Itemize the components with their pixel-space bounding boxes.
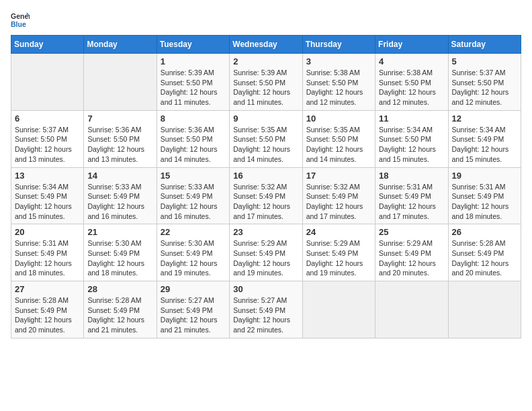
day-info: Sunrise: 5:29 AM Sunset: 5:49 PM Dayligh… xyxy=(306,238,371,278)
calendar-cell: 10Sunrise: 5:35 AM Sunset: 5:50 PM Dayli… xyxy=(302,110,375,167)
calendar-week-4: 20Sunrise: 5:31 AM Sunset: 5:49 PM Dayli… xyxy=(11,224,521,281)
day-info: Sunrise: 5:32 AM Sunset: 5:49 PM Dayligh… xyxy=(233,182,298,222)
calendar-body: 1Sunrise: 5:39 AM Sunset: 5:50 PM Daylig… xyxy=(11,54,521,338)
day-number: 25 xyxy=(379,227,444,237)
page-header: General Blue xyxy=(11,11,521,30)
calendar-cell: 27Sunrise: 5:28 AM Sunset: 5:49 PM Dayli… xyxy=(11,281,84,338)
day-number: 7 xyxy=(87,113,152,124)
calendar-cell: 24Sunrise: 5:29 AM Sunset: 5:49 PM Dayli… xyxy=(302,224,375,281)
calendar-cell: 30Sunrise: 5:27 AM Sunset: 5:49 PM Dayli… xyxy=(230,281,302,338)
weekday-header-row: SundayMondayTuesdayWednesdayThursdayFrid… xyxy=(11,36,521,54)
day-number: 29 xyxy=(161,284,226,294)
day-info: Sunrise: 5:32 AM Sunset: 5:49 PM Dayligh… xyxy=(306,182,371,222)
day-number: 11 xyxy=(379,113,444,124)
svg-text:Blue: Blue xyxy=(11,20,26,28)
day-info: Sunrise: 5:34 AM Sunset: 5:49 PM Dayligh… xyxy=(15,182,80,222)
calendar-cell: 16Sunrise: 5:32 AM Sunset: 5:49 PM Dayli… xyxy=(230,167,302,224)
day-number: 4 xyxy=(379,56,444,66)
day-info: Sunrise: 5:34 AM Sunset: 5:49 PM Dayligh… xyxy=(452,125,517,165)
calendar-cell: 13Sunrise: 5:34 AM Sunset: 5:49 PM Dayli… xyxy=(11,167,84,224)
calendar-cell: 1Sunrise: 5:39 AM Sunset: 5:50 PM Daylig… xyxy=(157,54,229,111)
weekday-header-tuesday: Tuesday xyxy=(157,36,229,54)
calendar-week-2: 6Sunrise: 5:37 AM Sunset: 5:50 PM Daylig… xyxy=(11,110,521,167)
day-info: Sunrise: 5:35 AM Sunset: 5:50 PM Dayligh… xyxy=(306,125,371,165)
weekday-header-thursday: Thursday xyxy=(302,36,375,54)
calendar-week-3: 13Sunrise: 5:34 AM Sunset: 5:49 PM Dayli… xyxy=(11,167,521,224)
day-info: Sunrise: 5:31 AM Sunset: 5:49 PM Dayligh… xyxy=(452,182,517,222)
day-info: Sunrise: 5:39 AM Sunset: 5:50 PM Dayligh… xyxy=(233,68,298,107)
day-number: 30 xyxy=(233,284,298,294)
day-number: 28 xyxy=(87,284,152,294)
day-number: 16 xyxy=(233,171,298,181)
calendar-cell xyxy=(11,54,84,111)
calendar-header: SundayMondayTuesdayWednesdayThursdayFrid… xyxy=(11,36,521,54)
calendar-cell: 18Sunrise: 5:31 AM Sunset: 5:49 PM Dayli… xyxy=(375,167,448,224)
day-number: 8 xyxy=(161,113,226,124)
day-info: Sunrise: 5:28 AM Sunset: 5:49 PM Dayligh… xyxy=(452,238,517,278)
day-number: 23 xyxy=(233,227,298,237)
day-number: 15 xyxy=(161,171,226,181)
weekday-header-sunday: Sunday xyxy=(11,36,84,54)
calendar-week-1: 1Sunrise: 5:39 AM Sunset: 5:50 PM Daylig… xyxy=(11,54,521,111)
calendar-cell: 14Sunrise: 5:33 AM Sunset: 5:49 PM Dayli… xyxy=(84,167,157,224)
day-info: Sunrise: 5:36 AM Sunset: 5:50 PM Dayligh… xyxy=(87,125,152,165)
day-number: 12 xyxy=(452,113,517,124)
calendar-cell xyxy=(84,54,157,111)
day-number: 14 xyxy=(87,171,152,181)
day-info: Sunrise: 5:28 AM Sunset: 5:49 PM Dayligh… xyxy=(15,295,80,335)
weekday-header-friday: Friday xyxy=(375,36,448,54)
day-info: Sunrise: 5:33 AM Sunset: 5:49 PM Dayligh… xyxy=(161,182,226,222)
day-number: 5 xyxy=(452,56,517,66)
calendar-cell: 7Sunrise: 5:36 AM Sunset: 5:50 PM Daylig… xyxy=(84,110,157,167)
day-number: 17 xyxy=(306,171,371,181)
calendar-cell: 4Sunrise: 5:38 AM Sunset: 5:50 PM Daylig… xyxy=(375,54,448,111)
day-info: Sunrise: 5:29 AM Sunset: 5:49 PM Dayligh… xyxy=(233,238,298,278)
day-info: Sunrise: 5:38 AM Sunset: 5:50 PM Dayligh… xyxy=(379,68,444,107)
day-number: 26 xyxy=(452,227,517,237)
day-number: 2 xyxy=(233,56,298,66)
day-info: Sunrise: 5:29 AM Sunset: 5:49 PM Dayligh… xyxy=(379,238,444,278)
calendar-cell: 29Sunrise: 5:27 AM Sunset: 5:49 PM Dayli… xyxy=(157,281,229,338)
day-info: Sunrise: 5:37 AM Sunset: 5:50 PM Dayligh… xyxy=(15,125,80,165)
calendar-cell: 11Sunrise: 5:34 AM Sunset: 5:50 PM Dayli… xyxy=(375,110,448,167)
day-info: Sunrise: 5:33 AM Sunset: 5:49 PM Dayligh… xyxy=(87,182,152,222)
day-info: Sunrise: 5:28 AM Sunset: 5:49 PM Dayligh… xyxy=(87,295,152,335)
day-number: 1 xyxy=(161,56,226,66)
day-number: 20 xyxy=(15,227,80,237)
day-info: Sunrise: 5:30 AM Sunset: 5:49 PM Dayligh… xyxy=(87,238,152,278)
day-info: Sunrise: 5:35 AM Sunset: 5:50 PM Dayligh… xyxy=(233,125,298,165)
calendar-cell: 17Sunrise: 5:32 AM Sunset: 5:49 PM Dayli… xyxy=(302,167,375,224)
calendar-cell: 2Sunrise: 5:39 AM Sunset: 5:50 PM Daylig… xyxy=(230,54,302,111)
weekday-header-wednesday: Wednesday xyxy=(230,36,302,54)
day-number: 9 xyxy=(233,113,298,124)
day-number: 18 xyxy=(379,171,444,181)
calendar-week-5: 27Sunrise: 5:28 AM Sunset: 5:49 PM Dayli… xyxy=(11,281,521,338)
calendar-cell xyxy=(375,281,448,338)
day-number: 3 xyxy=(306,56,371,66)
day-info: Sunrise: 5:27 AM Sunset: 5:49 PM Dayligh… xyxy=(233,295,298,335)
calendar-cell: 12Sunrise: 5:34 AM Sunset: 5:49 PM Dayli… xyxy=(448,110,521,167)
day-number: 13 xyxy=(15,171,80,181)
day-number: 10 xyxy=(306,113,371,124)
logo: General Blue xyxy=(11,11,30,30)
calendar-cell: 21Sunrise: 5:30 AM Sunset: 5:49 PM Dayli… xyxy=(84,224,157,281)
day-info: Sunrise: 5:27 AM Sunset: 5:49 PM Dayligh… xyxy=(161,295,226,335)
calendar-cell: 20Sunrise: 5:31 AM Sunset: 5:49 PM Dayli… xyxy=(11,224,84,281)
day-info: Sunrise: 5:36 AM Sunset: 5:50 PM Dayligh… xyxy=(161,125,226,165)
day-number: 6 xyxy=(15,113,80,124)
calendar-cell: 28Sunrise: 5:28 AM Sunset: 5:49 PM Dayli… xyxy=(84,281,157,338)
calendar-cell: 22Sunrise: 5:30 AM Sunset: 5:49 PM Dayli… xyxy=(157,224,229,281)
calendar-cell: 9Sunrise: 5:35 AM Sunset: 5:50 PM Daylig… xyxy=(230,110,302,167)
calendar-cell: 3Sunrise: 5:38 AM Sunset: 5:50 PM Daylig… xyxy=(302,54,375,111)
day-info: Sunrise: 5:31 AM Sunset: 5:49 PM Dayligh… xyxy=(379,182,444,222)
logo-icon: General Blue xyxy=(11,11,30,30)
calendar-cell: 5Sunrise: 5:37 AM Sunset: 5:50 PM Daylig… xyxy=(448,54,521,111)
day-number: 19 xyxy=(452,171,517,181)
calendar-cell: 6Sunrise: 5:37 AM Sunset: 5:50 PM Daylig… xyxy=(11,110,84,167)
calendar-cell: 15Sunrise: 5:33 AM Sunset: 5:49 PM Dayli… xyxy=(157,167,229,224)
calendar-cell: 25Sunrise: 5:29 AM Sunset: 5:49 PM Dayli… xyxy=(375,224,448,281)
day-info: Sunrise: 5:34 AM Sunset: 5:50 PM Dayligh… xyxy=(379,125,444,165)
calendar-cell xyxy=(448,281,521,338)
weekday-header-monday: Monday xyxy=(84,36,157,54)
day-info: Sunrise: 5:37 AM Sunset: 5:50 PM Dayligh… xyxy=(452,68,517,107)
